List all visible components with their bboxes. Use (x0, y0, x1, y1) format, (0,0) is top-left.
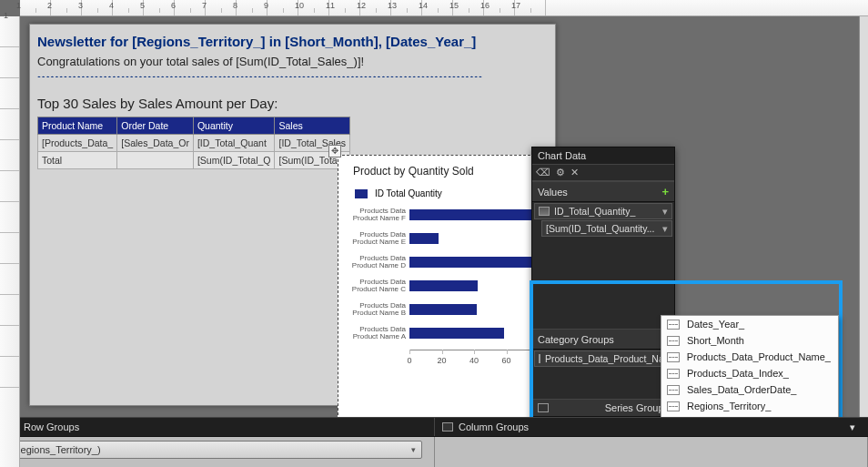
menu-item-field[interactable]: Products_Data_Index_ (661, 365, 838, 381)
legend-label: ID Total Quantity (375, 188, 442, 198)
axis-tick-label: 40 (469, 356, 479, 365)
scrollbar-vertical[interactable] (859, 16, 868, 417)
report-body[interactable]: Newsletter for [Regions_Territory_] in [… (29, 24, 556, 406)
series-groups-header[interactable]: Series Groups (532, 399, 674, 417)
chart-legend[interactable]: ID Total Quantity (338, 185, 539, 208)
add-value-icon[interactable]: + (661, 185, 669, 198)
menu-item-label: Sales_Data_OrderDate_ (687, 384, 796, 395)
bar-category-label: Products Data Product Name F (342, 208, 409, 222)
sales-tablix[interactable]: Product NameOrder DateQuantitySales [Pro… (37, 117, 350, 169)
report-design-surface[interactable]: Newsletter for [Regions_Territory_] in [… (20, 16, 868, 417)
tablix-cell[interactable]: Total (38, 152, 117, 169)
row-groups-label: Row Groups (24, 421, 79, 432)
chevron-down-icon[interactable]: ▾ (662, 206, 668, 217)
ruler-tick: 3 (82, 0, 113, 15)
chart-move-handle[interactable]: ✥ (328, 145, 341, 157)
panel-options-icon[interactable]: ⚙ (556, 167, 565, 178)
bar-fill (409, 328, 504, 339)
bar-track (409, 280, 531, 291)
tablix-cell[interactable]: [Products_Data_ (38, 135, 117, 152)
ruler-tick: 4 (113, 0, 144, 15)
category-groups-header[interactable]: Category Groups + (532, 329, 674, 350)
report-title-textbox[interactable]: Newsletter for [Regions_Territory_] in [… (37, 28, 548, 53)
row-groups-header[interactable]: Row Groups (0, 418, 435, 436)
tablix-cell[interactable]: [ID_Total_Quant (193, 135, 275, 152)
tablix-header-cell[interactable]: Product Name (38, 117, 117, 135)
report-congrats-textbox[interactable]: Congratulations on your total sales of [… (37, 53, 548, 72)
chart-data-panel[interactable]: Chart Data ⌫ ⚙ ✕ Values + ID_Total_Quant… (531, 147, 675, 417)
menu-item-field[interactable]: ID_Total_Sales_ (661, 414, 838, 417)
tablix-cell[interactable] (117, 152, 194, 169)
tablix-groups-panel[interactable]: Row Groups Column Groups ▾ (Regions_Terr… (0, 417, 868, 467)
ruler-tick (0, 202, 19, 233)
row-group-chip-label: (Regions_Territory_) (10, 444, 101, 455)
axis-tick-label: 20 (437, 356, 446, 365)
chevron-down-icon[interactable]: ▾ (411, 445, 416, 454)
field-icon (667, 369, 680, 379)
chart-bar-row: Products Data Product Name D (342, 255, 531, 269)
legend-swatch-icon (355, 189, 368, 198)
chart-x-axis: 020406080 (409, 350, 539, 373)
field-icon (667, 336, 680, 346)
panel-close-icon[interactable]: ✕ (570, 167, 579, 178)
chevron-down-icon[interactable]: ▾ (850, 421, 861, 433)
menu-item-label: Regions_Territory_ (687, 401, 771, 411)
column-groups-header[interactable]: Column Groups ▾ (435, 418, 868, 436)
field-icon (667, 352, 680, 362)
chart-bar-row: Products Data Product Name A (342, 326, 531, 340)
ruler-tick (0, 295, 19, 326)
series-icon (538, 403, 549, 412)
value-expression-item[interactable]: [Sum(ID_Total_Quantity... ▾ (541, 220, 672, 237)
category-groups-label: Category Groups (538, 334, 614, 345)
panel-delete-icon[interactable]: ⌫ (536, 167, 550, 178)
category-field-item[interactable]: Products_Data_Product_Na... ▾ (534, 350, 672, 367)
ruler-tick (0, 357, 19, 388)
field-icon (667, 401, 680, 411)
ruler-tick: 8 (237, 0, 267, 15)
ruler-tick: 6 (175, 0, 206, 15)
field-icon (667, 320, 680, 330)
ruler-tick (0, 47, 19, 78)
ruler-tick: 16 (484, 0, 515, 15)
menu-item-field[interactable]: Sales_Data_OrderDate_ (661, 381, 838, 398)
category-field-label: Products_Data_Product_Na... (545, 353, 672, 364)
chevron-down-icon[interactable]: ▾ (662, 223, 668, 234)
bar-category-label: Products Data Product Name E (342, 231, 409, 246)
bar-category-label: Products Data Product Name B (342, 302, 409, 317)
menu-item-field[interactable]: Regions_Territory_ (661, 398, 838, 414)
row-groups-body[interactable]: (Regions_Territory_) ▾ (0, 437, 435, 467)
dotted-separator: ••••••••••••••••••••••••••••••••••••••••… (37, 72, 548, 77)
chart-title[interactable]: Product by Quantity Sold (338, 156, 539, 185)
menu-item-field[interactable]: Products_Data_Product_Name_ (661, 349, 838, 365)
tablix-cell[interactable]: [Sales_Data_Or (117, 135, 194, 152)
ruler-tick: 15 (453, 0, 484, 15)
menu-item-field[interactable]: Dates_Year_ (661, 316, 838, 332)
value-field-item[interactable]: ID_Total_Quantity_ ▾ (534, 203, 672, 219)
ruler-tick: 2 (51, 0, 82, 15)
chart-plot-area[interactable]: Products Data Product Name FProducts Dat… (338, 208, 539, 340)
field-context-menu[interactable]: Dates_Year_Short_MonthProducts_Data_Prod… (661, 315, 839, 417)
ruler-tick (0, 233, 19, 264)
ruler-tick: 7 (206, 0, 237, 15)
column-groups-body[interactable] (435, 437, 868, 467)
bar-track (409, 257, 531, 268)
chart-report-item[interactable]: ✥ Product by Quantity Sold ID Total Quan… (338, 155, 540, 417)
ruler-tick (0, 109, 19, 140)
tablix-header-cell[interactable]: Order Date (117, 117, 194, 135)
ruler-tick: 5 (144, 0, 175, 15)
ruler-tick: 1 (20, 0, 51, 15)
report-subheading-textbox[interactable]: Top 30 Sales by Sales Amount per Day: (37, 77, 548, 117)
ruler-tick: 11 (329, 0, 360, 15)
menu-item-label: Products_Data_Index_ (687, 368, 789, 379)
row-group-chip[interactable]: (Regions_Territory_) ▾ (4, 441, 422, 459)
tablix-header-cell[interactable]: Sales (275, 117, 350, 135)
column-groups-icon (442, 422, 453, 431)
category-section-body (532, 368, 674, 399)
values-section-header[interactable]: Values + (532, 181, 674, 202)
tablix-cell[interactable]: [Sum(ID_Total_Q (193, 152, 275, 169)
ruler-tick: 9 (267, 0, 298, 15)
menu-item-field[interactable]: Short_Month (661, 332, 838, 349)
bar-fill (409, 233, 439, 244)
value-expression-label: [Sum(ID_Total_Quantity... (546, 223, 654, 234)
tablix-header-cell[interactable]: Quantity (193, 117, 275, 135)
